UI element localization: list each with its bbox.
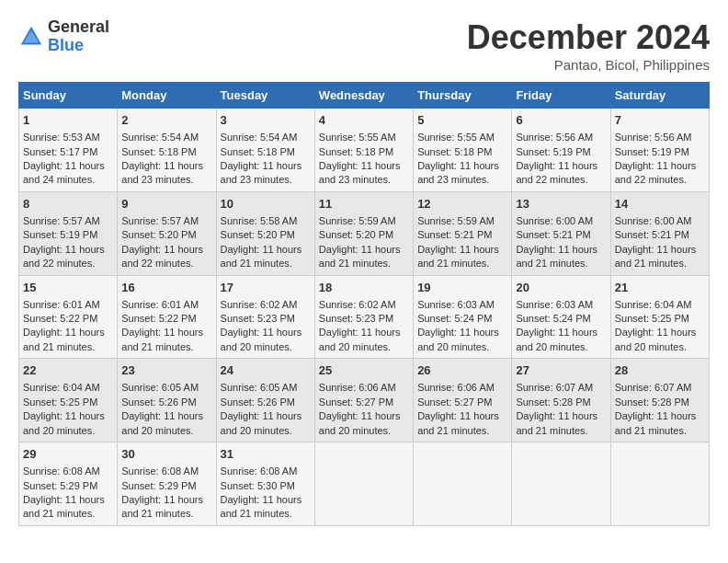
day-info: Sunrise: 6:02 AM Sunset: 5:23 PM Dayligh… — [319, 299, 401, 352]
day-info: Sunrise: 6:06 AM Sunset: 5:27 PM Dayligh… — [417, 382, 499, 435]
day-info: Sunrise: 5:56 AM Sunset: 5:19 PM Dayligh… — [615, 132, 697, 185]
month-title: December 2024 — [467, 18, 710, 57]
logo-text: General Blue — [48, 18, 109, 55]
day-number: 18 — [319, 280, 409, 296]
day-cell: 13Sunrise: 6:00 AM Sunset: 5:21 PM Dayli… — [512, 191, 610, 275]
day-number: 28 — [615, 362, 705, 379]
day-info: Sunrise: 6:08 AM Sunset: 5:30 PM Dayligh… — [221, 465, 302, 519]
day-number: 23 — [121, 362, 211, 379]
day-info: Sunrise: 5:59 AM Sunset: 5:21 PM Dayligh… — [417, 215, 499, 269]
day-info: Sunrise: 5:54 AM Sunset: 5:18 PM Dayligh… — [121, 132, 203, 185]
logo: General Blue — [18, 18, 109, 55]
day-info: Sunrise: 5:57 AM Sunset: 5:19 PM Dayligh… — [23, 215, 105, 269]
day-number: 7 — [615, 112, 705, 129]
header-row: SundayMondayTuesdayWednesdayThursdayFrid… — [19, 83, 710, 109]
day-header-monday: Monday — [118, 83, 216, 109]
day-number: 5 — [417, 112, 507, 129]
day-cell: 31Sunrise: 6:08 AM Sunset: 5:30 PM Dayli… — [216, 442, 314, 526]
day-cell: 27Sunrise: 6:07 AM Sunset: 5:28 PM Dayli… — [512, 359, 610, 442]
day-number: 25 — [319, 362, 409, 379]
day-number: 4 — [319, 112, 409, 129]
day-number: 10 — [221, 196, 311, 213]
day-cell: 16Sunrise: 6:01 AM Sunset: 5:22 PM Dayli… — [118, 275, 216, 359]
day-number: 19 — [417, 280, 507, 296]
day-info: Sunrise: 6:01 AM Sunset: 5:22 PM Dayligh… — [121, 299, 203, 352]
day-cell: 19Sunrise: 6:03 AM Sunset: 5:24 PM Dayli… — [414, 275, 512, 359]
day-info: Sunrise: 5:58 AM Sunset: 5:20 PM Dayligh… — [221, 215, 302, 269]
subtitle: Pantao, Bicol, Philippines — [467, 57, 710, 73]
day-cell: 17Sunrise: 6:02 AM Sunset: 5:23 PM Dayli… — [216, 275, 314, 359]
day-info: Sunrise: 6:02 AM Sunset: 5:23 PM Dayligh… — [221, 299, 302, 352]
day-info: Sunrise: 6:00 AM Sunset: 5:21 PM Dayligh… — [615, 215, 697, 269]
day-info: Sunrise: 6:06 AM Sunset: 5:27 PM Dayligh… — [319, 382, 401, 435]
day-cell: 29Sunrise: 6:08 AM Sunset: 5:29 PM Dayli… — [19, 442, 118, 526]
day-cell: 24Sunrise: 6:05 AM Sunset: 5:26 PM Dayli… — [216, 359, 314, 442]
day-cell: 6Sunrise: 5:56 AM Sunset: 5:19 PM Daylig… — [512, 109, 610, 192]
day-cell: 2Sunrise: 5:54 AM Sunset: 5:18 PM Daylig… — [118, 109, 216, 192]
day-number: 22 — [23, 362, 113, 379]
day-cell: 18Sunrise: 6:02 AM Sunset: 5:23 PM Dayli… — [314, 275, 413, 359]
day-cell: 12Sunrise: 5:59 AM Sunset: 5:21 PM Dayli… — [414, 191, 512, 275]
day-cell — [414, 442, 512, 526]
day-number: 30 — [121, 446, 211, 463]
day-number: 16 — [121, 280, 211, 296]
day-number: 8 — [23, 196, 113, 213]
day-number: 6 — [516, 112, 606, 129]
day-cell: 1Sunrise: 5:53 AM Sunset: 5:17 PM Daylig… — [19, 109, 118, 192]
week-row-3: 15Sunrise: 6:01 AM Sunset: 5:22 PM Dayli… — [19, 275, 710, 359]
title-area: December 2024 Pantao, Bicol, Philippines — [467, 18, 710, 73]
day-info: Sunrise: 6:05 AM Sunset: 5:26 PM Dayligh… — [121, 382, 203, 435]
day-number: 12 — [417, 196, 507, 213]
day-number: 29 — [23, 446, 113, 463]
day-info: Sunrise: 5:56 AM Sunset: 5:19 PM Dayligh… — [516, 132, 597, 185]
day-info: Sunrise: 5:55 AM Sunset: 5:18 PM Dayligh… — [319, 132, 401, 185]
day-cell: 8Sunrise: 5:57 AM Sunset: 5:19 PM Daylig… — [19, 191, 118, 275]
week-row-4: 22Sunrise: 6:04 AM Sunset: 5:25 PM Dayli… — [19, 359, 710, 442]
week-row-5: 29Sunrise: 6:08 AM Sunset: 5:29 PM Dayli… — [19, 442, 710, 526]
day-info: Sunrise: 6:04 AM Sunset: 5:25 PM Dayligh… — [23, 382, 105, 435]
day-cell: 20Sunrise: 6:03 AM Sunset: 5:24 PM Dayli… — [512, 275, 610, 359]
logo-blue: Blue — [48, 37, 109, 55]
day-header-tuesday: Tuesday — [216, 83, 314, 109]
day-info: Sunrise: 5:57 AM Sunset: 5:20 PM Dayligh… — [121, 215, 203, 269]
day-number: 21 — [615, 280, 705, 296]
day-cell: 14Sunrise: 6:00 AM Sunset: 5:21 PM Dayli… — [610, 191, 709, 275]
day-header-wednesday: Wednesday — [314, 83, 413, 109]
calendar-table: SundayMondayTuesdayWednesdayThursdayFrid… — [18, 82, 710, 526]
day-number: 14 — [615, 196, 705, 213]
day-cell — [512, 442, 610, 526]
day-number: 20 — [516, 280, 606, 296]
day-number: 2 — [121, 112, 211, 129]
day-info: Sunrise: 5:53 AM Sunset: 5:17 PM Dayligh… — [23, 132, 105, 185]
week-row-1: 1Sunrise: 5:53 AM Sunset: 5:17 PM Daylig… — [19, 109, 710, 192]
day-cell: 26Sunrise: 6:06 AM Sunset: 5:27 PM Dayli… — [414, 359, 512, 442]
day-cell: 28Sunrise: 6:07 AM Sunset: 5:28 PM Dayli… — [610, 359, 709, 442]
day-info: Sunrise: 5:55 AM Sunset: 5:18 PM Dayligh… — [417, 132, 499, 185]
day-cell: 15Sunrise: 6:01 AM Sunset: 5:22 PM Dayli… — [19, 275, 118, 359]
day-info: Sunrise: 6:04 AM Sunset: 5:25 PM Dayligh… — [615, 299, 697, 352]
day-info: Sunrise: 6:08 AM Sunset: 5:29 PM Dayligh… — [121, 465, 203, 519]
day-cell: 23Sunrise: 6:05 AM Sunset: 5:26 PM Dayli… — [118, 359, 216, 442]
day-info: Sunrise: 6:01 AM Sunset: 5:22 PM Dayligh… — [23, 299, 105, 352]
day-cell: 21Sunrise: 6:04 AM Sunset: 5:25 PM Dayli… — [610, 275, 709, 359]
day-cell — [610, 442, 709, 526]
day-info: Sunrise: 6:08 AM Sunset: 5:29 PM Dayligh… — [23, 465, 105, 519]
day-number: 17 — [221, 280, 311, 296]
day-cell: 9Sunrise: 5:57 AM Sunset: 5:20 PM Daylig… — [118, 191, 216, 275]
day-cell — [314, 442, 413, 526]
day-header-sunday: Sunday — [19, 83, 118, 109]
day-number: 24 — [221, 362, 311, 379]
day-header-saturday: Saturday — [610, 83, 709, 109]
day-cell: 30Sunrise: 6:08 AM Sunset: 5:29 PM Dayli… — [118, 442, 216, 526]
day-cell: 5Sunrise: 5:55 AM Sunset: 5:18 PM Daylig… — [414, 109, 512, 192]
day-cell: 22Sunrise: 6:04 AM Sunset: 5:25 PM Dayli… — [19, 359, 118, 442]
day-info: Sunrise: 6:03 AM Sunset: 5:24 PM Dayligh… — [516, 299, 597, 352]
day-number: 15 — [23, 280, 113, 296]
day-cell: 25Sunrise: 6:06 AM Sunset: 5:27 PM Dayli… — [314, 359, 413, 442]
day-cell: 3Sunrise: 5:54 AM Sunset: 5:18 PM Daylig… — [216, 109, 314, 192]
day-info: Sunrise: 5:59 AM Sunset: 5:20 PM Dayligh… — [319, 215, 401, 269]
day-cell: 10Sunrise: 5:58 AM Sunset: 5:20 PM Dayli… — [216, 191, 314, 275]
day-info: Sunrise: 6:07 AM Sunset: 5:28 PM Dayligh… — [615, 382, 697, 435]
header: General Blue December 2024 Pantao, Bicol… — [18, 18, 710, 73]
week-row-2: 8Sunrise: 5:57 AM Sunset: 5:19 PM Daylig… — [19, 191, 710, 275]
